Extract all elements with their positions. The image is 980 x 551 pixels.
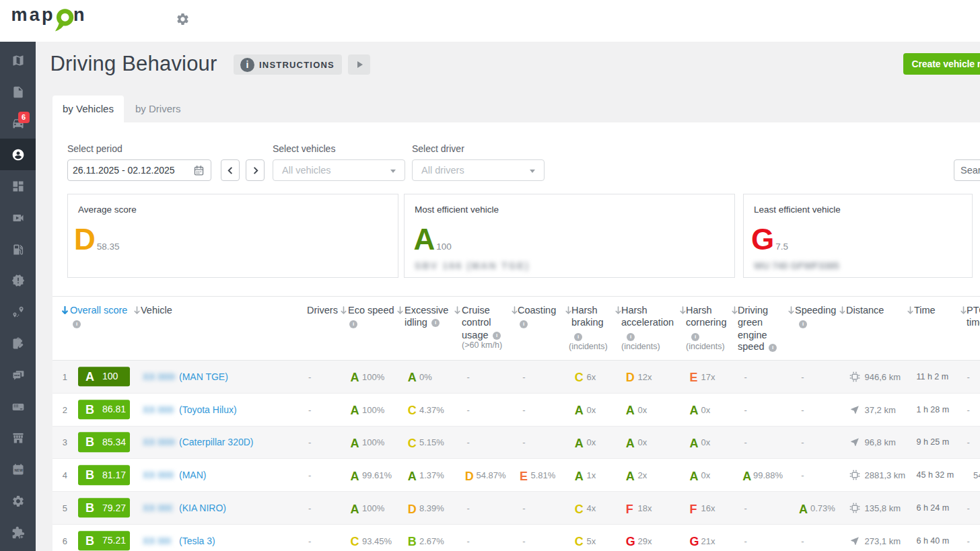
svg-text:NEW: NEW	[14, 468, 23, 472]
svg-text:n: n	[73, 8, 85, 25]
svg-text:map: map	[12, 8, 55, 25]
